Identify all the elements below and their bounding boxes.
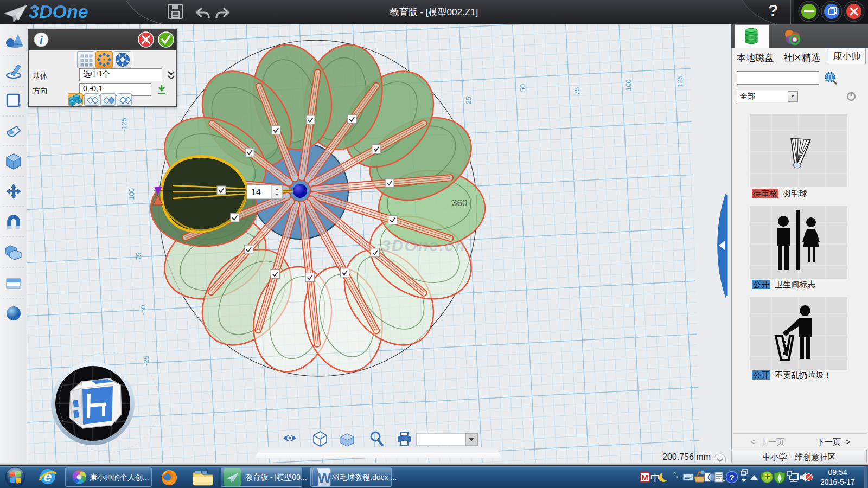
svg-text:14: 14 — [251, 188, 261, 197]
svg-text:°,: °, — [673, 471, 678, 479]
svg-text:中: 中 — [650, 472, 660, 483]
svg-text:3DOne.cn: 3DOne.cn — [381, 236, 466, 254]
svg-text:360: 360 — [452, 198, 467, 208]
svg-text:?: ? — [729, 473, 734, 482]
svg-text:M: M — [641, 473, 648, 482]
svg-text:e: e — [44, 468, 52, 485]
